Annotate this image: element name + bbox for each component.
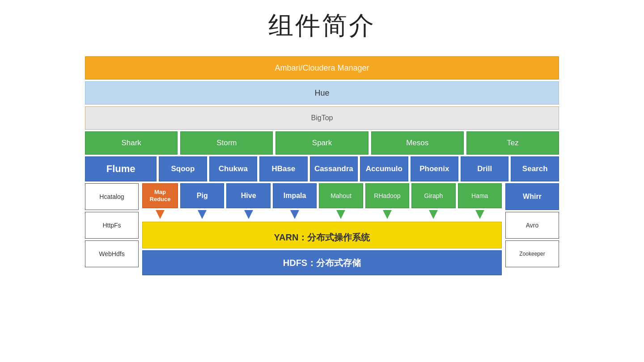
arrows-row <box>142 210 502 220</box>
tez-box: Tez <box>466 131 559 155</box>
hama-box: Hama <box>458 183 502 208</box>
yarn-text: YARN：分布式操作系统 <box>274 232 370 244</box>
hdfs-bar: HDFS：分布式存储 <box>142 250 502 275</box>
right-column: Whirr Avro Zookeeper <box>505 183 559 275</box>
webhdfs-box: WebHdfs <box>85 240 139 267</box>
arrow-tri-orange <box>156 210 165 219</box>
search-box: Search <box>511 156 559 181</box>
page-title: 组件简介 <box>268 9 376 43</box>
hue-bar: Hue <box>85 81 559 105</box>
lower-section: Hcatalog HttpFs WebHdfs MapReduce Pig Hi… <box>85 183 559 275</box>
impala-box: Impala <box>273 183 317 208</box>
chukwa-box: Chukwa <box>209 156 257 181</box>
sqoop-box: Sqoop <box>159 156 207 181</box>
spark-box: Spark <box>275 131 368 155</box>
processing-row: Shark Storm Spark Mesos Tez <box>85 131 559 155</box>
phoenix-box: Phoenix <box>411 156 458 181</box>
hive-box: Hive <box>226 183 270 208</box>
arrow-tri-impala <box>290 210 299 219</box>
arrow-tri-hive <box>244 210 253 219</box>
ambari-row: Ambari/Cloudera Manager <box>85 56 559 80</box>
arrow-tri-giraph <box>429 210 438 219</box>
pig-arrow <box>180 210 224 219</box>
tools-row: Flume Sqoop Chukwa HBase Cassandra Accum… <box>85 156 559 181</box>
pig-box: Pig <box>180 183 224 208</box>
bigtop-row: BigTop <box>85 106 559 130</box>
yarn-bar: YARN：分布式操作系统 <box>142 222 502 248</box>
cassandra-box: Cassandra <box>310 156 358 181</box>
arrow-tri-pig <box>198 210 207 219</box>
mesos-box: Mesos <box>371 131 464 155</box>
shark-box: Shark <box>85 131 178 155</box>
mixed-row: MapReduce Pig Hive Impala Mahout RHadoop… <box>142 183 502 208</box>
httpfs-box: HttpFs <box>85 212 139 239</box>
arrow-tri-hama <box>475 210 484 219</box>
giraph-arrow <box>411 210 455 219</box>
ambari-bar: Ambari/Cloudera Manager <box>85 56 559 80</box>
giraph-box: Giraph <box>411 183 455 208</box>
mahout-arrow <box>319 210 363 219</box>
storm-box: Storm <box>180 131 273 155</box>
flume-box: Flume <box>85 156 157 181</box>
arrow-tri-rhadoop <box>383 210 392 219</box>
zookeeper-box: Zookeeper <box>505 240 559 267</box>
center-column: MapReduce Pig Hive Impala Mahout RHadoop… <box>142 183 502 275</box>
left-column: Hcatalog HttpFs WebHdfs <box>85 183 139 275</box>
hue-row: Hue <box>85 81 559 105</box>
accumulo-box: Accumulo <box>360 156 408 181</box>
diagram-container: Ambari/Cloudera Manager Hue BigTop Shark… <box>85 56 559 275</box>
rhadoop-box: RHadoop <box>365 183 409 208</box>
hama-arrow <box>458 210 502 219</box>
mapreduce-box: MapReduce <box>142 183 178 208</box>
arrow-tri-mahout <box>336 210 345 219</box>
whirr-box: Whirr <box>505 183 559 210</box>
hive-arrow <box>226 210 270 219</box>
hbase-box: HBase <box>259 156 307 181</box>
avro-box: Avro <box>505 212 559 239</box>
hcatalog-box: Hcatalog <box>85 183 139 210</box>
bigtop-bar: BigTop <box>85 106 559 130</box>
impala-arrow <box>273 210 317 219</box>
mahout-box: Mahout <box>319 183 363 208</box>
mapreduce-arrow <box>142 210 178 219</box>
drill-box: Drill <box>461 156 508 181</box>
rhadoop-arrow <box>365 210 409 219</box>
